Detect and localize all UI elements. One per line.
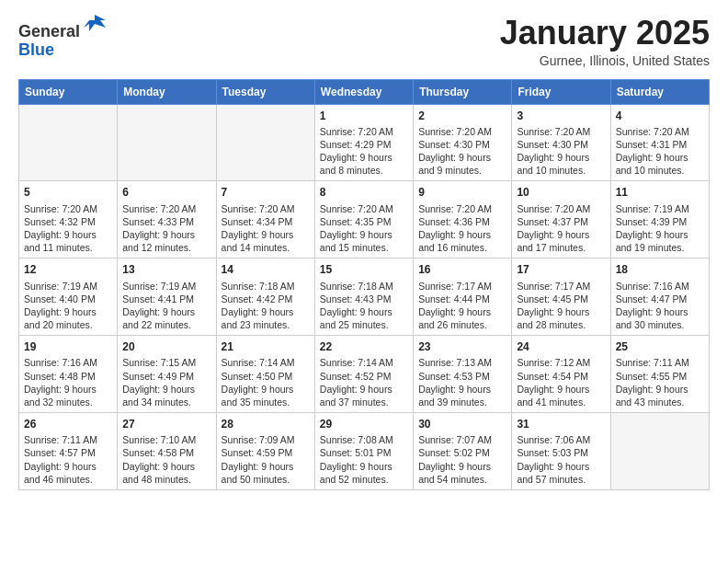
- day-info: Sunrise: 7:20 AMSunset: 4:37 PMDaylight:…: [517, 202, 605, 255]
- day-info: Sunrise: 7:18 AMSunset: 4:43 PMDaylight:…: [320, 280, 408, 332]
- day-number: 11: [616, 185, 704, 200]
- day-number: 29: [320, 417, 408, 431]
- calendar-dow-monday: Monday: [118, 79, 216, 104]
- svg-marker-0: [84, 15, 106, 31]
- calendar-cell: 16Sunrise: 7:17 AMSunset: 4:44 PMDayligh…: [414, 259, 512, 336]
- calendar-cell: 19Sunrise: 7:16 AMSunset: 4:48 PMDayligh…: [19, 336, 118, 413]
- logo-general: General: [18, 22, 80, 40]
- day-info: Sunrise: 7:20 AMSunset: 4:31 PMDaylight:…: [616, 125, 704, 178]
- day-info: Sunrise: 7:20 AMSunset: 4:29 PMDaylight:…: [320, 125, 408, 178]
- logo-blue: Blue: [18, 40, 54, 59]
- day-number: 10: [517, 185, 605, 200]
- calendar-cell: 26Sunrise: 7:11 AMSunset: 4:57 PMDayligh…: [19, 413, 118, 490]
- day-number: 9: [418, 185, 506, 200]
- calendar-cell: 12Sunrise: 7:19 AMSunset: 4:40 PMDayligh…: [19, 259, 118, 336]
- calendar-cell: 21Sunrise: 7:14 AMSunset: 4:50 PMDayligh…: [216, 336, 314, 413]
- day-info: Sunrise: 7:11 AMSunset: 4:57 PMDaylight:…: [24, 433, 112, 486]
- month-title: January 2025: [500, 15, 710, 52]
- calendar-cell: 29Sunrise: 7:08 AMSunset: 5:01 PMDayligh…: [314, 413, 413, 490]
- logo: General Blue: [18, 15, 108, 60]
- day-number: 7: [222, 185, 310, 200]
- day-number: 2: [418, 109, 506, 123]
- day-info: Sunrise: 7:20 AMSunset: 4:35 PMDaylight:…: [320, 202, 408, 255]
- day-info: Sunrise: 7:20 AMSunset: 4:30 PMDaylight:…: [418, 125, 506, 178]
- day-info: Sunrise: 7:20 AMSunset: 4:36 PMDaylight:…: [418, 202, 506, 255]
- calendar-dow-thursday: Thursday: [414, 79, 512, 104]
- logo-bird-icon: [82, 11, 108, 37]
- calendar-cell: [19, 104, 118, 181]
- calendar-week-1: 1Sunrise: 7:20 AMSunset: 4:29 PMDaylight…: [19, 104, 710, 181]
- day-info: Sunrise: 7:13 AMSunset: 4:53 PMDaylight:…: [418, 356, 506, 408]
- calendar-cell: 1Sunrise: 7:20 AMSunset: 4:29 PMDaylight…: [314, 104, 413, 181]
- calendar-cell: [610, 413, 709, 490]
- calendar-cell: 27Sunrise: 7:10 AMSunset: 4:58 PMDayligh…: [118, 413, 216, 490]
- day-info: Sunrise: 7:10 AMSunset: 4:58 PMDaylight:…: [122, 433, 210, 486]
- day-number: 25: [616, 339, 704, 354]
- day-number: 1: [320, 109, 408, 123]
- day-number: 8: [320, 185, 408, 200]
- day-number: 18: [616, 262, 704, 277]
- calendar-cell: 7Sunrise: 7:20 AMSunset: 4:34 PMDaylight…: [216, 181, 314, 259]
- day-info: Sunrise: 7:09 AMSunset: 4:59 PMDaylight:…: [222, 433, 310, 486]
- day-info: Sunrise: 7:16 AMSunset: 4:47 PMDaylight:…: [616, 280, 704, 332]
- calendar-cell: 8Sunrise: 7:20 AMSunset: 4:35 PMDaylight…: [314, 181, 413, 259]
- day-info: Sunrise: 7:07 AMSunset: 5:02 PMDaylight:…: [418, 433, 506, 486]
- day-info: Sunrise: 7:08 AMSunset: 5:01 PMDaylight:…: [320, 433, 408, 486]
- calendar-week-3: 12Sunrise: 7:19 AMSunset: 4:40 PMDayligh…: [19, 259, 710, 336]
- calendar-dow-tuesday: Tuesday: [216, 79, 314, 104]
- calendar-cell: 3Sunrise: 7:20 AMSunset: 4:30 PMDaylight…: [512, 104, 610, 181]
- day-number: 13: [122, 262, 210, 277]
- day-number: 31: [517, 417, 605, 431]
- day-info: Sunrise: 7:06 AMSunset: 5:03 PMDaylight:…: [517, 433, 605, 486]
- calendar-cell: [216, 104, 314, 181]
- day-info: Sunrise: 7:12 AMSunset: 4:54 PMDaylight:…: [517, 356, 605, 408]
- calendar-cell: 22Sunrise: 7:14 AMSunset: 4:52 PMDayligh…: [314, 336, 413, 413]
- day-number: 19: [24, 339, 112, 354]
- day-info: Sunrise: 7:19 AMSunset: 4:40 PMDaylight:…: [24, 280, 112, 332]
- calendar-cell: 30Sunrise: 7:07 AMSunset: 5:02 PMDayligh…: [414, 413, 512, 490]
- calendar-week-5: 26Sunrise: 7:11 AMSunset: 4:57 PMDayligh…: [19, 413, 710, 490]
- day-info: Sunrise: 7:19 AMSunset: 4:39 PMDaylight:…: [616, 202, 704, 255]
- day-number: 23: [418, 339, 506, 354]
- calendar-cell: 23Sunrise: 7:13 AMSunset: 4:53 PMDayligh…: [414, 336, 512, 413]
- day-info: Sunrise: 7:20 AMSunset: 4:33 PMDaylight:…: [122, 202, 210, 255]
- calendar-cell: 2Sunrise: 7:20 AMSunset: 4:30 PMDaylight…: [414, 104, 512, 181]
- calendar-dow-friday: Friday: [512, 79, 610, 104]
- calendar-dow-wednesday: Wednesday: [314, 79, 413, 104]
- day-number: 24: [517, 339, 605, 354]
- day-number: 21: [222, 339, 310, 354]
- day-info: Sunrise: 7:20 AMSunset: 4:32 PMDaylight:…: [24, 202, 112, 255]
- day-info: Sunrise: 7:15 AMSunset: 4:49 PMDaylight:…: [122, 356, 210, 408]
- calendar-cell: 31Sunrise: 7:06 AMSunset: 5:03 PMDayligh…: [512, 413, 610, 490]
- day-info: Sunrise: 7:11 AMSunset: 4:55 PMDaylight:…: [616, 356, 704, 408]
- calendar-cell: 11Sunrise: 7:19 AMSunset: 4:39 PMDayligh…: [610, 181, 709, 259]
- day-info: Sunrise: 7:17 AMSunset: 4:45 PMDaylight:…: [517, 280, 605, 332]
- page-header: General Blue January 2025 Gurnee, Illino…: [18, 15, 710, 68]
- day-info: Sunrise: 7:20 AMSunset: 4:34 PMDaylight:…: [222, 202, 310, 255]
- calendar-cell: 24Sunrise: 7:12 AMSunset: 4:54 PMDayligh…: [512, 336, 610, 413]
- day-number: 17: [517, 262, 605, 277]
- calendar-dow-sunday: Sunday: [19, 79, 118, 104]
- calendar-cell: 9Sunrise: 7:20 AMSunset: 4:36 PMDaylight…: [414, 181, 512, 259]
- calendar-cell: 6Sunrise: 7:20 AMSunset: 4:33 PMDaylight…: [118, 181, 216, 259]
- calendar-week-2: 5Sunrise: 7:20 AMSunset: 4:32 PMDaylight…: [19, 181, 710, 259]
- day-number: 5: [24, 185, 112, 200]
- day-number: 14: [222, 262, 310, 277]
- calendar-cell: 4Sunrise: 7:20 AMSunset: 4:31 PMDaylight…: [610, 104, 709, 181]
- calendar-cell: 25Sunrise: 7:11 AMSunset: 4:55 PMDayligh…: [610, 336, 709, 413]
- day-number: 28: [222, 417, 310, 431]
- day-info: Sunrise: 7:16 AMSunset: 4:48 PMDaylight:…: [24, 356, 112, 408]
- day-info: Sunrise: 7:19 AMSunset: 4:41 PMDaylight:…: [122, 280, 210, 332]
- calendar-cell: [118, 104, 216, 181]
- day-number: 27: [122, 417, 210, 431]
- day-number: 12: [24, 262, 112, 277]
- calendar-cell: 20Sunrise: 7:15 AMSunset: 4:49 PMDayligh…: [118, 336, 216, 413]
- day-info: Sunrise: 7:18 AMSunset: 4:42 PMDaylight:…: [222, 280, 310, 332]
- day-number: 22: [320, 339, 408, 354]
- calendar-week-4: 19Sunrise: 7:16 AMSunset: 4:48 PMDayligh…: [19, 336, 710, 413]
- day-number: 3: [517, 109, 605, 123]
- day-number: 16: [418, 262, 506, 277]
- calendar-cell: 14Sunrise: 7:18 AMSunset: 4:42 PMDayligh…: [216, 259, 314, 336]
- calendar-cell: 18Sunrise: 7:16 AMSunset: 4:47 PMDayligh…: [610, 259, 709, 336]
- day-info: Sunrise: 7:14 AMSunset: 4:52 PMDaylight:…: [320, 356, 408, 408]
